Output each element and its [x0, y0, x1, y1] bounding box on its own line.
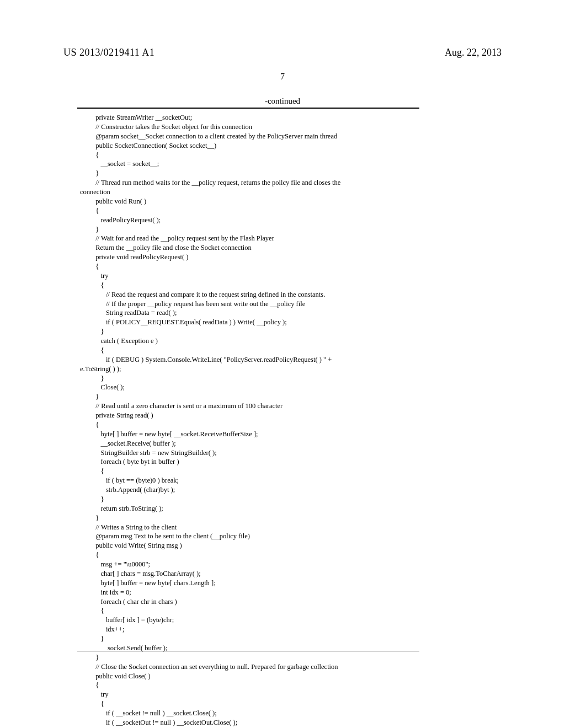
- code-listing: private StreamWriter __socketOut; // Con…: [80, 113, 488, 728]
- patent-number: US 2013/0219411 A1: [63, 47, 154, 58]
- divider-top: [77, 108, 419, 109]
- divider-bottom: [77, 651, 419, 651]
- publication-date: Aug. 22, 2013: [445, 47, 502, 58]
- continued-label: -continued: [265, 97, 300, 106]
- page-number: 7: [280, 72, 285, 82]
- page-header: US 2013/0219411 A1 Aug. 22, 2013: [63, 47, 502, 58]
